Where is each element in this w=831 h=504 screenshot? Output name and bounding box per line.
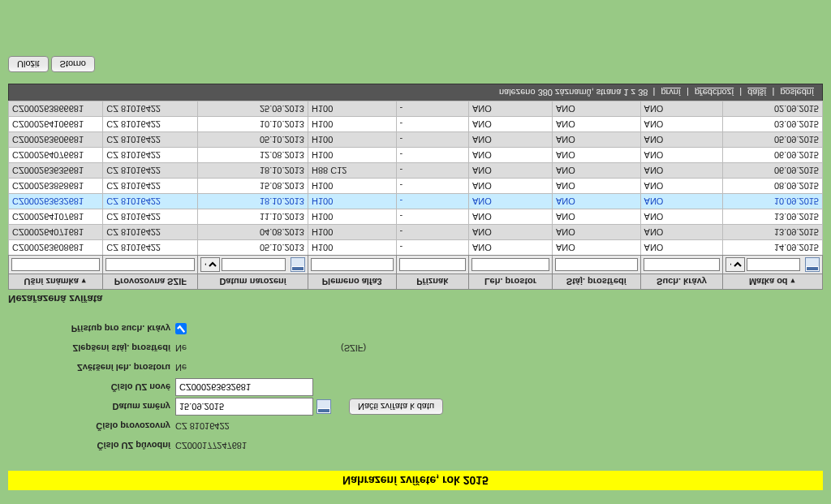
col-breed[interactable]: Plemeno alfa3 — [308, 274, 396, 290]
col-flag[interactable]: Příznak — [396, 274, 468, 290]
cell: ANO — [640, 132, 723, 148]
page-title: Nahrazení zvířete, rok 2015 — [8, 471, 823, 490]
table-row[interactable]: CZ000263606681CZ 8101642205.10.2013H100-… — [9, 132, 823, 148]
cell: ANO — [468, 132, 552, 148]
pager-summary: nalezeno 380 záznamů, strana 1 z 38 — [499, 88, 648, 97]
cell: ANO — [640, 179, 723, 194]
label-orig-uz: Číslo UZ původní — [8, 441, 175, 450]
cell: CZ 81016422 — [103, 163, 198, 179]
table-row[interactable]: CZ000264107681CZ 8101642211.10.2013H100-… — [9, 209, 823, 225]
cancel-button[interactable]: Storno — [51, 56, 95, 72]
col-leh-prostor[interactable]: Leh. prostor — [468, 274, 552, 290]
col-farm-szif[interactable]: Provozovna SZIF — [103, 274, 198, 290]
cell: 02.09.2015 — [723, 101, 823, 117]
filter-birth[interactable] — [222, 258, 286, 271]
cell: ANO — [640, 194, 723, 209]
label-dry-cows: Přístup pro such. krávy — [8, 324, 175, 334]
cell: 13.09.2015 — [723, 209, 823, 225]
load-animals-button[interactable]: Načti zvířata k datu — [349, 398, 443, 415]
table-row[interactable]: CZ000264071681CZ 8101642204.08.2013H100-… — [9, 225, 823, 240]
table-row[interactable]: CZ000264076681CZ 8101642212.08.2013H100-… — [9, 148, 823, 163]
cell: H100 — [308, 194, 396, 209]
table-row[interactable]: CZ000264106681CZ 8101642210.10.2013H100-… — [9, 117, 823, 132]
filter-matka[interactable] — [747, 258, 800, 271]
filter-farm[interactable] — [105, 258, 195, 271]
col-staj-prostredi[interactable]: Stáj. prostředí — [553, 274, 641, 290]
szif-note: (SZIF) — [341, 343, 366, 353]
cell: CZ000263866681 — [9, 101, 103, 117]
cell: ANO — [640, 101, 723, 117]
pager: nalezeno 380 záznamů, strana 1 z 38 | pr… — [8, 84, 823, 101]
cell: 04.08.2013 — [198, 225, 308, 240]
table-row[interactable]: CZ000263608681CZ 8101642205.10.2013H100-… — [9, 240, 823, 256]
dry-cows-checkbox[interactable] — [175, 323, 187, 334]
cell: CZ 81016422 — [103, 240, 198, 256]
pager-first[interactable]: první — [661, 88, 680, 97]
pager-next[interactable]: další — [747, 88, 766, 97]
calendar-icon[interactable] — [316, 399, 331, 414]
cell: 06.09.2015 — [723, 148, 823, 163]
cell: ANO — [553, 179, 641, 194]
cell: ANO — [640, 117, 723, 132]
col-ear-tag[interactable]: Ušní známka▼ — [9, 274, 103, 290]
cell: 11.10.2013 — [198, 209, 308, 225]
filter-staj[interactable] — [555, 258, 638, 271]
cell: 10.09.2015 — [723, 194, 823, 209]
cell: ANO — [553, 225, 641, 240]
cell: - — [396, 163, 468, 179]
calendar-icon[interactable] — [291, 257, 305, 272]
cell: CZ 81016422 — [103, 117, 198, 132]
value-farm-no: CZ 81016422 — [175, 421, 230, 431]
cell: H100 — [308, 225, 396, 240]
cell: - — [396, 117, 468, 132]
cell: CZ000263606681 — [9, 132, 103, 148]
filter-birth-op[interactable]: < — [200, 257, 220, 272]
cell: - — [396, 132, 468, 148]
cell: CZ000263608681 — [9, 240, 103, 256]
cell: 12.08.2013 — [198, 148, 308, 163]
cell: - — [396, 240, 468, 256]
filter-matka-op[interactable]: < — [726, 257, 745, 272]
cell: ANO — [640, 240, 723, 256]
cell: H100 — [308, 209, 396, 225]
table-row[interactable]: CZ000263632681CZ 8101642218.10.2013H100-… — [9, 194, 823, 209]
new-uz-input[interactable] — [175, 378, 313, 396]
table-row[interactable]: CZ000263866681CZ 8101642225.09.2013H100-… — [9, 101, 823, 117]
cell: H100 — [308, 101, 396, 117]
cell: CZ000263635681 — [9, 163, 103, 179]
pager-prev[interactable]: předchozí — [695, 88, 734, 97]
cell: ANO — [468, 101, 552, 117]
col-matka-od[interactable]: Matka od▼ — [723, 274, 823, 290]
cell: 15.08.2013 — [198, 179, 308, 194]
save-button[interactable]: Uložit — [8, 56, 49, 72]
cell: - — [396, 101, 468, 117]
label-enlarge-space: Zvětšení leh. prostoru — [8, 363, 175, 373]
cell: 10.10.2013 — [198, 117, 308, 132]
cell: CZ 81016422 — [103, 209, 198, 225]
filter-ear-tag[interactable] — [11, 258, 100, 271]
cell: 05.10.2013 — [198, 132, 308, 148]
filter-such[interactable] — [644, 258, 721, 271]
cell: ANO — [640, 209, 723, 225]
filter-flag[interactable] — [399, 258, 466, 271]
change-date-input[interactable] — [175, 398, 313, 416]
cell: CZ 81016422 — [103, 132, 198, 148]
cell: H100 — [308, 240, 396, 256]
value-orig-uz: CZ000177247681 — [175, 441, 247, 450]
calendar-icon[interactable] — [805, 257, 820, 272]
table-row[interactable]: CZ000263858681CZ 8101642215.08.2013H100-… — [9, 179, 823, 194]
cell: 03.09.2015 — [723, 117, 823, 132]
table-row[interactable]: CZ000263635681CZ 8101642218.10.2013H88 C… — [9, 163, 823, 179]
cell: - — [396, 209, 468, 225]
cell: - — [396, 179, 468, 194]
cell: 13.09.2015 — [723, 225, 823, 240]
cell: ANO — [553, 101, 641, 117]
pager-last[interactable]: poslední — [780, 88, 814, 97]
filter-leh[interactable] — [471, 258, 549, 271]
col-birth-date[interactable]: Datum narození — [198, 274, 308, 290]
cell: ANO — [468, 194, 552, 209]
cell: ANO — [553, 163, 641, 179]
filter-breed[interactable] — [311, 258, 394, 271]
col-such-kravy[interactable]: Such. krávy — [640, 274, 723, 290]
cell: CZ000264071681 — [9, 225, 103, 240]
